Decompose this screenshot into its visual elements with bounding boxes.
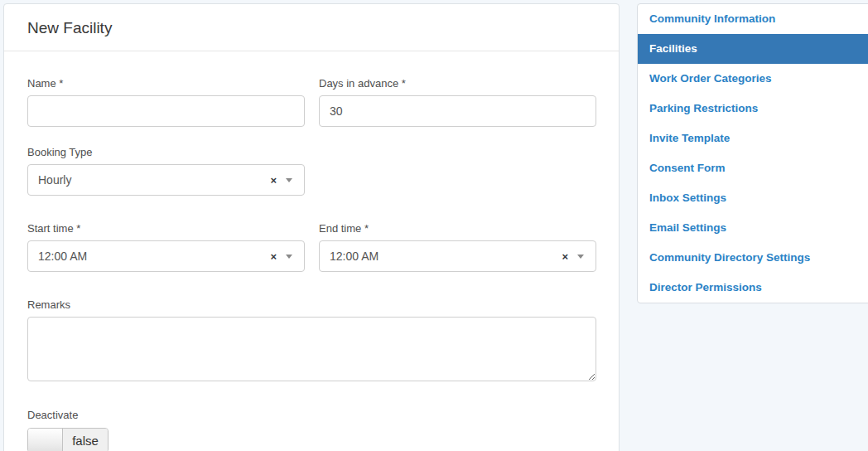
start-time-label: Start time * xyxy=(27,222,305,235)
days-in-advance-input[interactable] xyxy=(319,95,596,127)
panel-header: New Facility xyxy=(4,4,619,51)
start-time-field-group: Start time * 12:00 AM × xyxy=(27,222,305,272)
sidebar-menu: Community Information Facilities Work Or… xyxy=(638,4,868,303)
sidebar-item-community-information[interactable]: Community Information xyxy=(638,4,868,34)
facility-form: Name * Days in advance * Booking Type Ho… xyxy=(4,51,619,451)
clear-icon[interactable]: × xyxy=(270,251,277,262)
name-input[interactable] xyxy=(27,95,305,127)
deactivate-label: Deactivate xyxy=(27,409,596,421)
sidebar-item-consent-form[interactable]: Consent Form xyxy=(638,153,868,183)
end-time-field-group: End time * 12:00 AM × xyxy=(319,222,596,272)
days-in-advance-field-group: Days in advance * xyxy=(319,77,596,127)
sidebar-item-work-order-categories[interactable]: Work Order Categories xyxy=(638,64,868,94)
name-field-group: Name * xyxy=(27,77,305,127)
clear-icon[interactable]: × xyxy=(562,251,568,262)
toggle-state-value: false xyxy=(63,429,108,451)
remarks-field-group: Remarks xyxy=(27,298,596,381)
sidebar-item-facilities[interactable]: Facilities xyxy=(638,34,868,64)
deactivate-toggle[interactable]: false xyxy=(27,428,108,451)
end-time-value: 12:00 AM xyxy=(330,250,562,263)
name-label: Name * xyxy=(27,77,305,90)
days-in-advance-label: Days in advance * xyxy=(319,77,596,90)
page: New Facility Name * Days in advance * Bo… xyxy=(0,0,868,451)
toggle-handle[interactable] xyxy=(28,429,63,451)
start-time-select[interactable]: 12:00 AM × xyxy=(27,240,305,272)
sidebar-item-invite-template[interactable]: Invite Template xyxy=(638,124,868,153)
caret-down-icon[interactable] xyxy=(577,255,584,259)
remarks-label: Remarks xyxy=(27,298,596,311)
end-time-select[interactable]: 12:00 AM × xyxy=(319,240,596,272)
deactivate-field-group: Deactivate false xyxy=(27,409,596,451)
start-time-value: 12:00 AM xyxy=(38,250,270,263)
booking-type-value: Hourly xyxy=(38,173,270,187)
remarks-textarea[interactable] xyxy=(27,317,596,381)
clear-icon[interactable]: × xyxy=(270,175,277,186)
settings-sidebar: Community Information Facilities Work Or… xyxy=(637,3,868,303)
end-time-label: End time * xyxy=(319,222,596,235)
caret-down-icon[interactable] xyxy=(286,178,292,182)
booking-type-label: Booking Type xyxy=(27,146,305,158)
booking-type-select[interactable]: Hourly × xyxy=(27,164,305,196)
page-title: New Facility xyxy=(27,19,596,37)
booking-type-field-group: Booking Type Hourly × xyxy=(27,146,305,196)
sidebar-item-email-settings[interactable]: Email Settings xyxy=(638,213,868,243)
sidebar-item-inbox-settings[interactable]: Inbox Settings xyxy=(638,183,868,213)
new-facility-panel: New Facility Name * Days in advance * Bo… xyxy=(3,3,620,451)
caret-down-icon[interactable] xyxy=(286,255,292,259)
sidebar-item-parking-restrictions[interactable]: Parking Restrictions xyxy=(638,94,868,124)
sidebar-item-director-permissions[interactable]: Director Permissions xyxy=(638,273,868,303)
sidebar-item-community-directory-settings[interactable]: Community Directory Settings xyxy=(638,243,868,273)
